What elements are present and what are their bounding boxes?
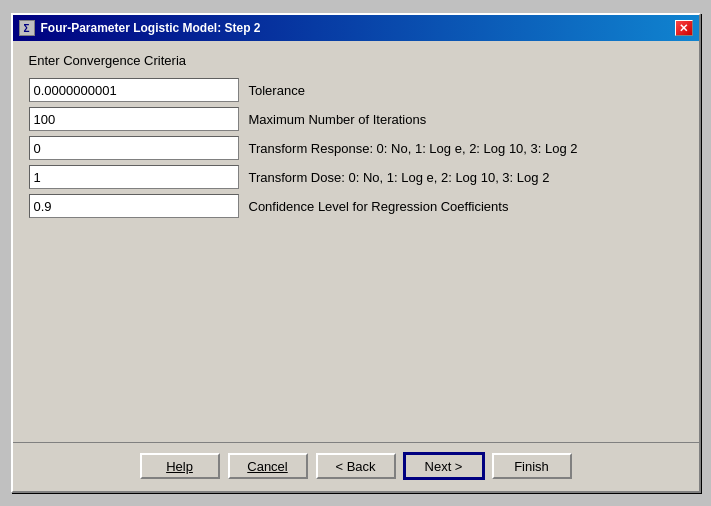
window-title: Four-Parameter Logistic Model: Step 2	[41, 21, 261, 35]
transform-response-label: Transform Response: 0: No, 1: Log e, 2: …	[249, 141, 578, 156]
form-area: Tolerance Maximum Number of Iterations T…	[29, 78, 683, 430]
tolerance-label: Tolerance	[249, 83, 305, 98]
title-bar: Σ Four-Parameter Logistic Model: Step 2 …	[13, 15, 699, 41]
close-button[interactable]: ✕	[675, 20, 693, 36]
form-row-transform-response: Transform Response: 0: No, 1: Log e, 2: …	[29, 136, 683, 160]
max-iterations-label: Maximum Number of Iterations	[249, 112, 427, 127]
finish-button[interactable]: Finish	[492, 453, 572, 479]
window-icon: Σ	[19, 20, 35, 36]
form-row-transform-dose: Transform Dose: 0: No, 1: Log e, 2: Log …	[29, 165, 683, 189]
cancel-button[interactable]: Cancel	[228, 453, 308, 479]
tolerance-input[interactable]	[29, 78, 239, 102]
confidence-level-label: Confidence Level for Regression Coeffici…	[249, 199, 509, 214]
back-button[interactable]: < Back	[316, 453, 396, 479]
transform-dose-label: Transform Dose: 0: No, 1: Log e, 2: Log …	[249, 170, 550, 185]
transform-dose-input[interactable]	[29, 165, 239, 189]
button-bar: Help Cancel < Back Next > Finish	[13, 442, 699, 491]
section-label: Enter Convergence Criteria	[29, 53, 683, 68]
max-iterations-input[interactable]	[29, 107, 239, 131]
dialog-window: Σ Four-Parameter Logistic Model: Step 2 …	[11, 13, 701, 493]
title-bar-left: Σ Four-Parameter Logistic Model: Step 2	[19, 20, 261, 36]
form-row-max-iterations: Maximum Number of Iterations	[29, 107, 683, 131]
window-content: Enter Convergence Criteria Tolerance Max…	[13, 41, 699, 442]
next-button[interactable]: Next >	[404, 453, 484, 479]
form-row-confidence-level: Confidence Level for Regression Coeffici…	[29, 194, 683, 218]
help-button[interactable]: Help	[140, 453, 220, 479]
transform-response-input[interactable]	[29, 136, 239, 160]
form-row-tolerance: Tolerance	[29, 78, 683, 102]
confidence-level-input[interactable]	[29, 194, 239, 218]
